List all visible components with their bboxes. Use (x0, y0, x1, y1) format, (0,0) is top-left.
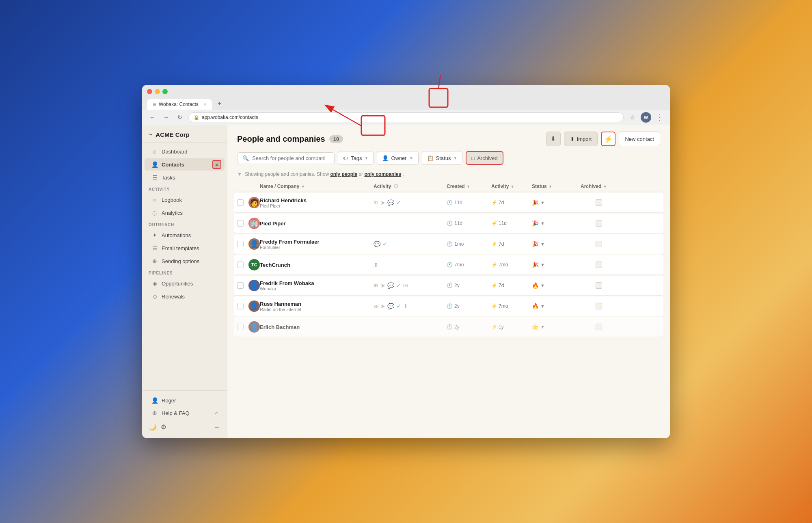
contact-name-area[interactable]: Erlich Bachman (260, 324, 374, 330)
only-people-link[interactable]: only people (330, 171, 357, 177)
contact-avatar: 👤 (248, 321, 260, 333)
contact-name-area[interactable]: Russ Hanneman Radio on the internet (260, 301, 374, 312)
sidebar-item-user[interactable]: 👤 Roger (145, 394, 225, 406)
sidebar-item-analytics[interactable]: ◌ Analytics (145, 207, 225, 219)
sequence-icon: ≋ (374, 303, 378, 309)
td-status[interactable]: 🎉 ▼ (532, 220, 581, 227)
sidebar-item-email-templates[interactable]: ☰ Email templates (145, 242, 225, 254)
activity-lightning-icon: ⚡ (491, 283, 497, 288)
sidebar-item-opportunities[interactable]: ◈ Opportunities (145, 277, 225, 290)
contact-name-area[interactable]: Pied Piper (260, 220, 374, 227)
settings-button[interactable]: ⚙ (161, 423, 166, 431)
only-companies-link[interactable]: only companies (364, 171, 401, 177)
status-dropdown-icon[interactable]: ▼ (540, 283, 545, 288)
workspace-selector[interactable]: ~ ACME Corp (142, 125, 227, 143)
contact-name-area[interactable]: Fredrik From Wobaka Wobaka (260, 280, 374, 291)
activity-value: 7d (499, 283, 504, 288)
contact-name: Fredrik From Wobaka (260, 280, 374, 286)
th-archived[interactable]: Archived ▼ (581, 184, 617, 189)
sidebar-item-renewals[interactable]: ◇ Renewals (145, 290, 225, 303)
th-activity-sort[interactable]: Activity ▼ (491, 184, 532, 189)
owner-label: Owner (391, 155, 406, 161)
search-box[interactable]: 🔍 (237, 152, 335, 164)
contact-name: Erlich Bachman (260, 324, 374, 330)
user-icon: 👤 (151, 397, 158, 404)
lock-icon: 🔒 (194, 115, 199, 120)
tags-filter-button[interactable]: 🏷 Tags ▼ (338, 151, 374, 165)
archived-checkbox (596, 199, 602, 206)
td-status[interactable]: 🎉 ▼ (532, 262, 581, 268)
td-activity: ⚡ 11d (491, 220, 532, 226)
th-name[interactable]: Name / Company ▼ (260, 184, 374, 189)
status-dropdown-icon[interactable]: ▼ (540, 324, 545, 329)
th-created[interactable]: Created ▼ (447, 184, 491, 189)
status-dropdown-icon[interactable]: ▼ (540, 200, 545, 205)
status-dropdown-icon[interactable]: ▼ (540, 242, 545, 246)
traffic-light-yellow[interactable] (155, 89, 160, 94)
search-input[interactable] (252, 155, 325, 161)
sidebar-item-help[interactable]: ⊕ Help & FAQ ↗ (145, 407, 225, 419)
sidebar-item-label: Contacts (162, 162, 184, 168)
status-emoji: 🌟 (532, 324, 539, 330)
row-checkbox[interactable] (237, 324, 244, 330)
lightning-button[interactable]: ⚡ (601, 132, 615, 146)
th-activity-sort-icon: ▼ (510, 184, 514, 189)
dark-mode-button[interactable]: 🌙 (149, 423, 157, 431)
new-tab-button[interactable]: + (214, 97, 279, 110)
back-button[interactable]: ← (147, 112, 158, 123)
avatar-image: 🧑 (250, 198, 259, 207)
th-created-label: Created (447, 184, 465, 189)
outreach-section-label: OUTREACH (142, 219, 227, 229)
sidebar-item-tasks[interactable]: ☰ Tasks (145, 171, 225, 184)
row-checkbox[interactable] (237, 262, 244, 268)
td-status[interactable]: 🎉 ▼ (532, 241, 581, 247)
status-dropdown-icon[interactable]: ▼ (540, 221, 545, 226)
status-emoji: 🎉 (532, 199, 539, 206)
forward-button[interactable]: → (161, 112, 171, 123)
status-dropdown-icon[interactable]: ▼ (540, 262, 545, 267)
td-status[interactable]: 🎉 ▼ (532, 199, 581, 206)
sidebar-item-logbook[interactable]: ○ Logbook (145, 194, 225, 206)
td-created: 🕐 2y (447, 324, 491, 330)
address-bar[interactable]: 🔒 app.wobaka.com/contacts (188, 112, 624, 122)
status-filter-button[interactable]: 📋 Status ▼ (422, 151, 463, 165)
traffic-light-green[interactable] (162, 89, 168, 94)
contact-name-area[interactable]: Freddy From Formulaer Formulaer (260, 239, 374, 250)
new-contact-button[interactable]: New contact (619, 132, 660, 146)
sidebar-item-dashboard[interactable]: ⌂ Dashboard (145, 145, 225, 158)
tab-close-button[interactable]: × (204, 102, 206, 107)
row-checkbox[interactable] (237, 220, 244, 227)
row-checkbox[interactable] (237, 241, 244, 247)
clock-icon: 🕐 (447, 220, 453, 226)
import-button[interactable]: ⬆ Import (564, 132, 598, 146)
sidebar-item-automations[interactable]: ✦ Automations (145, 229, 225, 241)
created-value: 7mo (454, 262, 464, 268)
contact-avatar: TC (248, 259, 260, 270)
contact-avatar: 🧑 (248, 197, 260, 208)
row-checkbox[interactable] (237, 303, 244, 309)
archived-filter-button[interactable]: □ Archived (466, 151, 503, 165)
check-icon: ✓ (396, 282, 401, 289)
browser-menu-button[interactable]: ⋮ (654, 112, 665, 123)
th-status[interactable]: Status ▼ (532, 184, 581, 189)
contact-name-area[interactable]: Richard Hendricks Pied Piper (260, 197, 374, 208)
sidebar-item-contacts[interactable]: 👤 Contacts ≡ (145, 158, 225, 171)
reload-button[interactable]: ↻ (175, 112, 185, 123)
collapse-sidebar-button[interactable]: ← (214, 424, 220, 431)
td-status[interactable]: 🌟 ▼ (532, 324, 581, 330)
td-status[interactable]: 🔥 ▼ (532, 282, 581, 289)
user-avatar-button[interactable]: W (641, 112, 651, 123)
td-status[interactable]: 🔥 ▼ (532, 303, 581, 309)
contact-name-area[interactable]: TechCrunch (260, 262, 374, 268)
owner-filter-button[interactable]: 👤 Owner ▼ (377, 151, 418, 165)
browser-tab[interactable]: ≋ Wobaka: Contacts × (147, 99, 212, 110)
traffic-light-red[interactable] (147, 89, 152, 94)
bookmark-button[interactable]: ☆ (627, 112, 637, 123)
download-button[interactable]: ⬇ (546, 132, 561, 146)
sidebar-item-sending-options[interactable]: ⊕ Sending options (145, 255, 225, 267)
table-row: 🏢 Pied Piper 🕐 11d ⚡ 11d (234, 214, 663, 233)
row-checkbox[interactable] (237, 282, 244, 289)
sidebar-item-label: Help & FAQ (162, 410, 190, 416)
row-checkbox[interactable] (237, 199, 244, 206)
status-dropdown-icon[interactable]: ▼ (540, 304, 545, 309)
